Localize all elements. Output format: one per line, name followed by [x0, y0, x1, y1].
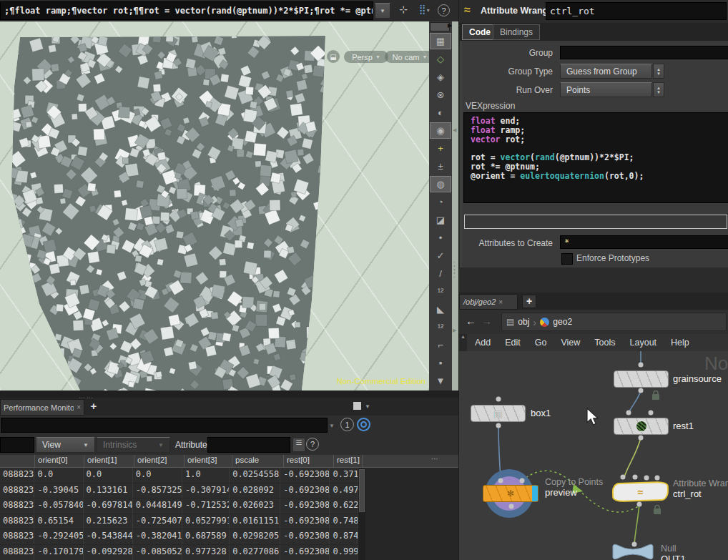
- viewport[interactable]: ⬓ Persp▼ No cam▼ Non-Commercial Edition: [0, 21, 429, 390]
- handle-widget-icon[interactable]: ▪: [430, 355, 451, 371]
- lighting-icon[interactable]: ◉: [430, 122, 451, 139]
- table-row[interactable]: 08882310.651540.215623-0.7254070.0527991…: [0, 514, 358, 530]
- vertical-splitter[interactable]: ⁚⁚⁚⁚ ◀ ▶: [452, 21, 458, 390]
- col-header-rest0[interactable]: rest[0]: [284, 455, 334, 467]
- col-header-orient3[interactable]: orient[3]: [185, 455, 232, 467]
- nav-forward-icon[interactable]: →: [481, 315, 492, 327]
- attribute-list-button[interactable]: ☰: [292, 438, 305, 452]
- toolbar-scroll-handle[interactable]: [430, 22, 450, 31]
- intrinsics-dropdown[interactable]: Intrinsics▼: [97, 437, 170, 453]
- col-header-rest1[interactable]: rest[1]: [334, 455, 363, 467]
- spreadsheet-scrollbar[interactable]: [358, 468, 365, 560]
- material-shade-icon[interactable]: ◐: [430, 104, 451, 121]
- node-rest1[interactable]: [614, 418, 669, 435]
- viewport-lock-icon[interactable]: ⬓: [327, 50, 340, 63]
- table-row[interactable]: 0888231-0.292405-0.543844-0.3820410.6875…: [0, 529, 358, 545]
- shade-off-icon[interactable]: ⊗: [430, 87, 451, 103]
- normal-display-icon[interactable]: ✓: [430, 247, 451, 264]
- pin-display-icon[interactable]: /: [430, 265, 451, 282]
- scroll-down-icon[interactable]: ▼: [430, 373, 451, 389]
- code-field-dropdown-icon[interactable]: ▼: [375, 3, 390, 19]
- group-type-dropdown[interactable]: Guess from Group: [560, 64, 652, 79]
- group-type-spinner[interactable]: ▲▼: [653, 64, 664, 79]
- node-connector-dots[interactable]: [496, 363, 660, 547]
- spreadsheet-filter-field[interactable]: [0, 437, 34, 453]
- menu-item-add[interactable]: Add: [471, 338, 501, 348]
- keyframe-icon[interactable]: ⊹: [395, 4, 411, 18]
- prim-display-icon[interactable]: ◣: [430, 301, 451, 318]
- menu-item-view[interactable]: View: [556, 338, 590, 348]
- tab-close-icon[interactable]: ×: [77, 403, 81, 411]
- code-parameter-field[interactable]: ;¶float ramp;¶vector rot;¶¶rot = vector(…: [0, 1, 373, 20]
- link-target-icon[interactable]: [357, 418, 370, 431]
- network-graph[interactable]: No: [459, 351, 728, 560]
- orbit-view-icon[interactable]: ◍: [430, 176, 451, 192]
- menu-item-go[interactable]: Go: [531, 338, 557, 348]
- lock-icon[interactable]: ◈: [430, 69, 451, 85]
- attribs-create-field[interactable]: *: [560, 235, 728, 249]
- col-header-orient1[interactable]: orient[1]: [84, 455, 134, 467]
- vex-code-editor[interactable]: float end;float ramp;vector rot;rot = ve…: [463, 112, 728, 203]
- enforce-prototypes-checkbox[interactable]: [561, 253, 573, 265]
- node-name-field[interactable]: ctrl_rot: [546, 2, 727, 20]
- parameter-interface-icon[interactable]: ⣿▼: [416, 4, 433, 18]
- splitter-arrow-right-icon[interactable]: ▶: [453, 328, 456, 333]
- menu-item-tools[interactable]: Tools: [590, 338, 625, 348]
- run-over-dropdown[interactable]: Points: [560, 82, 652, 97]
- node-out1-body[interactable]: [613, 544, 653, 559]
- group-field[interactable]: [560, 46, 728, 59]
- run-over-spinner[interactable]: ▲▼: [653, 82, 664, 97]
- prim-numbers-icon[interactable]: ¹²: [430, 319, 451, 335]
- network-new-tab-button[interactable]: +: [522, 295, 536, 308]
- path-field-dropdown-icon[interactable]: ▼: [329, 423, 335, 429]
- node-box1[interactable]: ▧: [471, 405, 526, 422]
- point-display-icon[interactable]: •: [430, 230, 451, 246]
- attributes-input[interactable]: [207, 437, 290, 453]
- breadcrumb-obj[interactable]: obj: [518, 317, 529, 327]
- nav-back-icon[interactable]: ←: [466, 315, 476, 327]
- breadcrumb-geo2[interactable]: geo2: [553, 317, 572, 327]
- profile-curve-icon[interactable]: ⌐: [430, 337, 451, 353]
- scrollbar-thumb[interactable]: [359, 469, 365, 512]
- help-icon[interactable]: ?: [438, 4, 450, 16]
- tab-performance-monitor[interactable]: Performance Monitor ×: [0, 399, 84, 416]
- tab-obj-geo2[interactable]: /obj/geo2 ×: [459, 294, 518, 310]
- menu-item-help[interactable]: Help: [666, 338, 699, 348]
- node-grainsource[interactable]: [614, 370, 669, 388]
- snippet-focus-field[interactable]: [464, 215, 727, 229]
- col-header-orient0[interactable]: orient[0]: [35, 455, 84, 467]
- spreadsheet-path-field[interactable]: [1, 418, 328, 433]
- table-row[interactable]: 08882310.00.00.01.00.0254558-0.6923080.3…: [0, 468, 358, 483]
- tab-bindings[interactable]: Bindings: [493, 24, 540, 40]
- table-row[interactable]: 0888231-0.170179-0.0929284-0.08505250.97…: [0, 545, 358, 560]
- camera-eye-icon[interactable]: ◪: [430, 212, 451, 228]
- menubar-left-strip[interactable]: ▲: [459, 334, 467, 351]
- camera-persp-pill[interactable]: Persp▼: [344, 51, 388, 63]
- table-row[interactable]: 0888231-0.0578402-0.6978140.0448149-0.71…: [0, 498, 358, 514]
- spreadsheet-help-icon[interactable]: ?: [306, 438, 319, 451]
- table-row[interactable]: 0888231-0.390450.133161-0.857325-0.30791…: [0, 483, 358, 499]
- splitter-arrow-left-icon[interactable]: ◀: [453, 127, 456, 133]
- point-numbers-icon[interactable]: ¹²: [430, 283, 451, 300]
- col-header-id[interactable]: [0, 455, 35, 467]
- col-header-pscale[interactable]: pscale: [232, 455, 284, 467]
- node-ctrl-rot[interactable]: ≈: [612, 481, 669, 503]
- menu-item-layout[interactable]: Layout: [626, 338, 667, 348]
- network-tab-close-icon[interactable]: ×: [498, 298, 503, 306]
- col-header-orient2[interactable]: orient[2]: [134, 455, 185, 467]
- menu-item-edit[interactable]: Edit: [501, 338, 531, 348]
- add-light-icon[interactable]: +: [430, 140, 451, 157]
- spreadsheet-header-row: orient[0]orient[1]orient[2]orient[3]psca…: [0, 455, 458, 468]
- lasso-select-icon[interactable]: ◇: [430, 51, 451, 67]
- view-dropdown[interactable]: View▼: [36, 437, 95, 453]
- add-light-rig-icon[interactable]: ±: [430, 158, 451, 175]
- no-cam-pill[interactable]: No cam▼: [385, 51, 429, 63]
- pane-menu-icon[interactable]: ▼: [365, 403, 370, 410]
- new-tab-button[interactable]: +: [87, 400, 100, 414]
- pin-count-badge[interactable]: 1: [340, 418, 354, 431]
- view-mode-icon[interactable]: ▦: [430, 33, 451, 49]
- node-preview[interactable]: ✻: [483, 485, 538, 502]
- cell: 0888231: [0, 483, 34, 498]
- eye-icon[interactable]: ◔: [430, 194, 451, 210]
- pane-maximize-icon[interactable]: [353, 402, 361, 410]
